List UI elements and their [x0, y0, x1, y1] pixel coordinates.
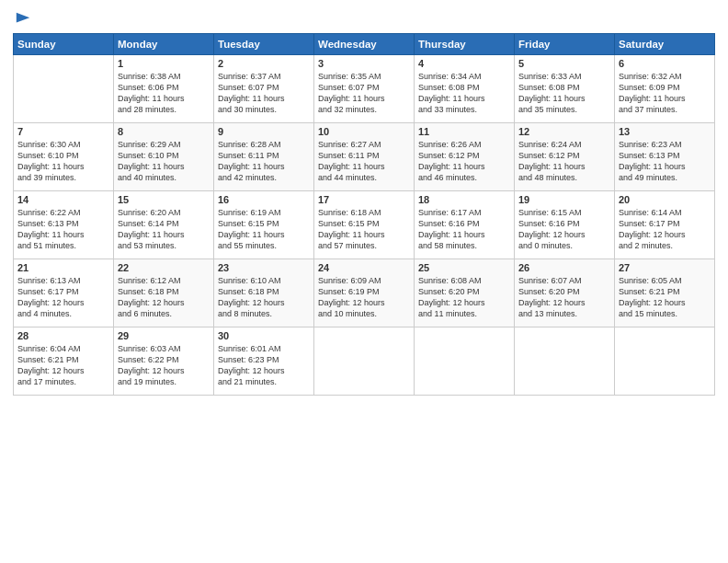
day-number: 5	[518, 58, 610, 69]
day-number: 1	[118, 58, 210, 69]
calendar-cell	[314, 327, 415, 396]
day-number: 15	[118, 194, 210, 205]
header-cell-saturday: Saturday	[615, 34, 715, 55]
cell-info: Sunrise: 6:13 AM Sunset: 6:17 PM Dayligh…	[17, 275, 109, 320]
header-cell-monday: Monday	[114, 34, 214, 55]
cell-info: Sunrise: 6:37 AM Sunset: 6:07 PM Dayligh…	[218, 71, 310, 116]
day-number: 8	[118, 126, 210, 137]
calendar-cell: 19Sunrise: 6:15 AM Sunset: 6:16 PM Dayli…	[515, 191, 615, 259]
header-cell-tuesday: Tuesday	[214, 34, 314, 55]
cell-info: Sunrise: 6:34 AM Sunset: 6:08 PM Dayligh…	[418, 71, 510, 116]
calendar-cell: 2Sunrise: 6:37 AM Sunset: 6:07 PM Daylig…	[214, 55, 314, 123]
header	[13, 9, 715, 28]
calendar-cell	[14, 55, 114, 123]
day-number: 22	[118, 262, 210, 273]
header-cell-friday: Friday	[515, 34, 615, 55]
day-number: 11	[418, 126, 510, 137]
cell-info: Sunrise: 6:05 AM Sunset: 6:21 PM Dayligh…	[619, 275, 711, 320]
calendar-cell: 28Sunrise: 6:04 AM Sunset: 6:21 PM Dayli…	[14, 327, 114, 396]
day-number: 21	[17, 262, 109, 273]
calendar-cell: 14Sunrise: 6:22 AM Sunset: 6:13 PM Dayli…	[14, 191, 114, 259]
calendar-cell: 3Sunrise: 6:35 AM Sunset: 6:07 PM Daylig…	[314, 55, 415, 123]
logo-flag-icon	[15, 11, 31, 28]
day-number: 13	[619, 126, 711, 137]
cell-info: Sunrise: 6:01 AM Sunset: 6:23 PM Dayligh…	[218, 343, 310, 388]
calendar-cell: 17Sunrise: 6:18 AM Sunset: 6:15 PM Dayli…	[314, 191, 415, 259]
day-number: 30	[218, 330, 310, 341]
calendar-cell: 9Sunrise: 6:28 AM Sunset: 6:11 PM Daylig…	[214, 123, 314, 191]
calendar-cell: 11Sunrise: 6:26 AM Sunset: 6:12 PM Dayli…	[415, 123, 515, 191]
cell-info: Sunrise: 6:19 AM Sunset: 6:15 PM Dayligh…	[218, 207, 310, 252]
calendar-cell: 18Sunrise: 6:17 AM Sunset: 6:16 PM Dayli…	[415, 191, 515, 259]
cell-info: Sunrise: 6:09 AM Sunset: 6:19 PM Dayligh…	[318, 275, 410, 320]
cell-info: Sunrise: 6:07 AM Sunset: 6:20 PM Dayligh…	[518, 275, 610, 320]
cell-info: Sunrise: 6:18 AM Sunset: 6:15 PM Dayligh…	[318, 207, 410, 252]
cell-info: Sunrise: 6:26 AM Sunset: 6:12 PM Dayligh…	[418, 139, 510, 184]
calendar-cell: 15Sunrise: 6:20 AM Sunset: 6:14 PM Dayli…	[114, 191, 214, 259]
svg-marker-0	[17, 13, 29, 23]
day-number: 16	[218, 194, 310, 205]
day-number: 17	[318, 194, 410, 205]
page: SundayMondayTuesdayWednesdayThursdayFrid…	[0, 0, 728, 563]
day-number: 28	[17, 330, 109, 341]
cell-info: Sunrise: 6:08 AM Sunset: 6:20 PM Dayligh…	[418, 275, 510, 320]
cell-info: Sunrise: 6:23 AM Sunset: 6:13 PM Dayligh…	[619, 139, 711, 184]
day-number: 12	[518, 126, 610, 137]
week-row-2: 14Sunrise: 6:22 AM Sunset: 6:13 PM Dayli…	[14, 191, 715, 259]
week-row-4: 28Sunrise: 6:04 AM Sunset: 6:21 PM Dayli…	[14, 327, 715, 396]
calendar-cell: 7Sunrise: 6:30 AM Sunset: 6:10 PM Daylig…	[14, 123, 114, 191]
day-number: 26	[518, 262, 610, 273]
day-number: 9	[218, 126, 310, 137]
calendar-cell: 26Sunrise: 6:07 AM Sunset: 6:20 PM Dayli…	[515, 259, 615, 327]
day-number: 10	[318, 126, 410, 137]
cell-info: Sunrise: 6:24 AM Sunset: 6:12 PM Dayligh…	[518, 139, 610, 184]
cell-info: Sunrise: 6:38 AM Sunset: 6:06 PM Dayligh…	[118, 71, 210, 116]
week-row-3: 21Sunrise: 6:13 AM Sunset: 6:17 PM Dayli…	[14, 259, 715, 327]
calendar-cell: 20Sunrise: 6:14 AM Sunset: 6:17 PM Dayli…	[615, 191, 715, 259]
week-row-1: 7Sunrise: 6:30 AM Sunset: 6:10 PM Daylig…	[14, 123, 715, 191]
calendar-cell: 13Sunrise: 6:23 AM Sunset: 6:13 PM Dayli…	[615, 123, 715, 191]
header-cell-wednesday: Wednesday	[314, 34, 415, 55]
calendar-cell: 22Sunrise: 6:12 AM Sunset: 6:18 PM Dayli…	[114, 259, 214, 327]
calendar-table: SundayMondayTuesdayWednesdayThursdayFrid…	[13, 33, 715, 396]
day-number: 2	[218, 58, 310, 69]
day-number: 24	[318, 262, 410, 273]
day-number: 29	[118, 330, 210, 341]
calendar-cell: 24Sunrise: 6:09 AM Sunset: 6:19 PM Dayli…	[314, 259, 415, 327]
calendar-cell: 25Sunrise: 6:08 AM Sunset: 6:20 PM Dayli…	[415, 259, 515, 327]
calendar-cell: 6Sunrise: 6:32 AM Sunset: 6:09 PM Daylig…	[615, 55, 715, 123]
header-cell-sunday: Sunday	[14, 34, 114, 55]
day-number: 7	[17, 126, 109, 137]
day-number: 18	[418, 194, 510, 205]
day-number: 6	[619, 58, 711, 69]
cell-info: Sunrise: 6:10 AM Sunset: 6:18 PM Dayligh…	[218, 275, 310, 320]
day-number: 25	[418, 262, 510, 273]
calendar-cell	[515, 327, 615, 396]
day-number: 20	[619, 194, 711, 205]
cell-info: Sunrise: 6:27 AM Sunset: 6:11 PM Dayligh…	[318, 139, 410, 184]
day-number: 4	[418, 58, 510, 69]
day-number: 3	[318, 58, 410, 69]
calendar-cell	[615, 327, 715, 396]
cell-info: Sunrise: 6:28 AM Sunset: 6:11 PM Dayligh…	[218, 139, 310, 184]
logo	[13, 13, 31, 28]
calendar-cell: 23Sunrise: 6:10 AM Sunset: 6:18 PM Dayli…	[214, 259, 314, 327]
calendar-cell: 12Sunrise: 6:24 AM Sunset: 6:12 PM Dayli…	[515, 123, 615, 191]
header-row: SundayMondayTuesdayWednesdayThursdayFrid…	[14, 34, 715, 55]
calendar-cell: 5Sunrise: 6:33 AM Sunset: 6:08 PM Daylig…	[515, 55, 615, 123]
day-number: 23	[218, 262, 310, 273]
cell-info: Sunrise: 6:32 AM Sunset: 6:09 PM Dayligh…	[619, 71, 711, 116]
cell-info: Sunrise: 6:20 AM Sunset: 6:14 PM Dayligh…	[118, 207, 210, 252]
day-number: 19	[518, 194, 610, 205]
cell-info: Sunrise: 6:03 AM Sunset: 6:22 PM Dayligh…	[118, 343, 210, 388]
logo-text	[13, 13, 31, 28]
cell-info: Sunrise: 6:17 AM Sunset: 6:16 PM Dayligh…	[418, 207, 510, 252]
cell-info: Sunrise: 6:12 AM Sunset: 6:18 PM Dayligh…	[118, 275, 210, 320]
cell-info: Sunrise: 6:35 AM Sunset: 6:07 PM Dayligh…	[318, 71, 410, 116]
calendar-cell	[415, 327, 515, 396]
day-number: 27	[619, 262, 711, 273]
cell-info: Sunrise: 6:30 AM Sunset: 6:10 PM Dayligh…	[17, 139, 109, 184]
calendar-cell: 29Sunrise: 6:03 AM Sunset: 6:22 PM Dayli…	[114, 327, 214, 396]
cell-info: Sunrise: 6:04 AM Sunset: 6:21 PM Dayligh…	[17, 343, 109, 388]
calendar-cell: 27Sunrise: 6:05 AM Sunset: 6:21 PM Dayli…	[615, 259, 715, 327]
